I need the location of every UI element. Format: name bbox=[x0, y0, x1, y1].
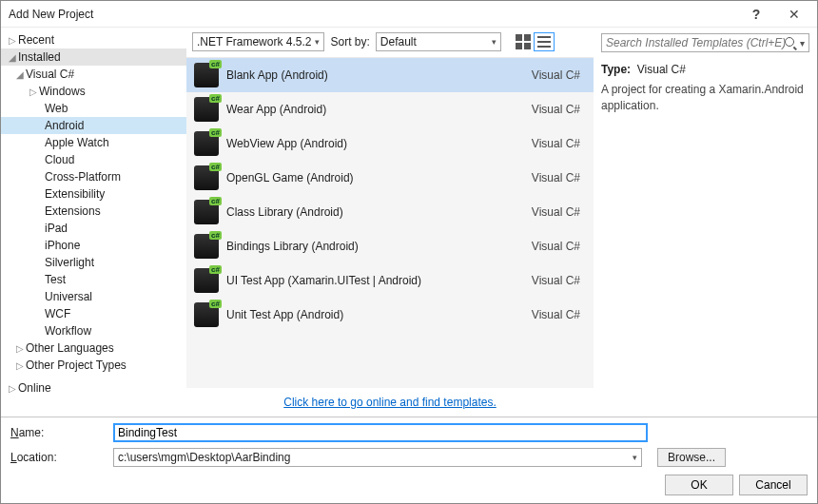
template-language: Visual C# bbox=[532, 205, 580, 219]
template-label: OpenGL Game (Android) bbox=[226, 171, 532, 184]
chevron-down-icon: ▾ bbox=[315, 37, 320, 47]
tree-recent[interactable]: ▷ Recent bbox=[1, 31, 186, 48]
tree-item-extensibility[interactable]: Extensibility bbox=[1, 185, 186, 203]
template-row[interactable]: Blank App (Android)Visual C# bbox=[186, 58, 594, 92]
search-field[interactable]: ▾ bbox=[601, 33, 809, 52]
tree-item-ipad[interactable]: iPad bbox=[1, 220, 186, 237]
template-language: Visual C# bbox=[532, 240, 580, 253]
tree-item-wcf[interactable]: WCF bbox=[1, 305, 186, 322]
template-list: Blank App (Android)Visual C#Wear App (An… bbox=[186, 57, 594, 388]
tree-item-cloud[interactable]: Cloud bbox=[1, 151, 186, 168]
filter-bar: .NET Framework 4.5.2 ▾ Sort by: Default … bbox=[186, 28, 594, 57]
template-icon bbox=[194, 97, 219, 122]
template-language: Visual C# bbox=[532, 308, 580, 321]
name-field[interactable] bbox=[113, 423, 648, 442]
template-language: Visual C# bbox=[532, 103, 580, 116]
name-label: Name: bbox=[10, 426, 104, 439]
chevron-right-icon: ▷ bbox=[28, 87, 39, 97]
search-input[interactable] bbox=[606, 36, 785, 49]
template-row[interactable]: Class Library (Android)Visual C# bbox=[186, 195, 594, 229]
template-row[interactable]: Wear App (Android)Visual C# bbox=[186, 92, 594, 126]
chevron-right-icon: ▷ bbox=[7, 35, 18, 46]
sortby-select-value: Default bbox=[380, 35, 417, 48]
type-description: A project for creating a Xamarin.Android… bbox=[601, 82, 809, 114]
chevron-right-icon: ▷ bbox=[14, 343, 26, 354]
template-row[interactable]: Bindings Library (Android)Visual C# bbox=[186, 229, 594, 263]
tree-item-android[interactable]: Android bbox=[1, 117, 186, 134]
search-icon bbox=[785, 37, 796, 48]
tree-visualcs[interactable]: ◢ Visual C# bbox=[1, 66, 186, 83]
sortby-label: Sort by: bbox=[330, 35, 369, 48]
window-title: Add New Project bbox=[9, 8, 737, 21]
chevron-down-icon: ▾ bbox=[492, 37, 497, 47]
tree-installed[interactable]: ◢ Installed bbox=[1, 48, 186, 66]
tree-item-silverlight[interactable]: Silverlight bbox=[1, 254, 186, 271]
tree-item-test[interactable]: Test bbox=[1, 271, 186, 288]
template-row[interactable]: Unit Test App (Android)Visual C# bbox=[186, 298, 594, 332]
tree-item-windows[interactable]: ▷Windows bbox=[1, 83, 186, 100]
tree-item-iphone[interactable]: iPhone bbox=[1, 237, 186, 254]
category-tree: ▷ Recent ◢ Installed ◢ Visual C# ▷Window… bbox=[1, 28, 186, 417]
type-value: Visual C# bbox=[637, 63, 686, 76]
chevron-down-icon: ◢ bbox=[7, 52, 18, 63]
template-icon bbox=[194, 234, 219, 259]
sortby-select[interactable]: Default ▾ bbox=[376, 32, 501, 51]
tree-item-web[interactable]: Web bbox=[1, 100, 186, 117]
location-select[interactable]: c:\users\mgm\Desktop\AarBinding ▾ bbox=[113, 448, 642, 467]
grid-icon bbox=[516, 34, 531, 49]
template-label: Blank App (Android) bbox=[226, 68, 532, 82]
chevron-down-icon: ◢ bbox=[14, 69, 26, 80]
template-language: Visual C# bbox=[532, 171, 580, 184]
framework-select-value: .NET Framework 4.5.2 bbox=[197, 35, 311, 48]
tree-online[interactable]: ▷ Online bbox=[1, 379, 186, 397]
tree-item-cross-platform[interactable]: Cross-Platform bbox=[1, 168, 186, 185]
template-icon bbox=[194, 268, 219, 293]
chevron-right-icon: ▷ bbox=[7, 383, 18, 394]
view-medium-icons-button[interactable] bbox=[513, 32, 534, 51]
template-icon bbox=[194, 165, 219, 190]
chevron-right-icon: ▷ bbox=[14, 360, 26, 371]
browse-button[interactable]: Browse... bbox=[657, 448, 726, 467]
tree-item-universal[interactable]: Universal bbox=[1, 288, 186, 305]
list-icon bbox=[537, 36, 551, 48]
template-language: Visual C# bbox=[532, 68, 580, 82]
help-button[interactable]: ? bbox=[737, 2, 775, 27]
template-icon bbox=[194, 63, 219, 87]
template-label: Wear App (Android) bbox=[226, 103, 532, 116]
location-value: c:\users\mgm\Desktop\AarBinding bbox=[118, 451, 290, 464]
tree-item-workflow[interactable]: Workflow bbox=[1, 322, 186, 339]
chevron-down-icon: ▾ bbox=[800, 38, 805, 48]
type-label: Type: bbox=[601, 63, 631, 76]
template-details: Type: Visual C# A project for creating a… bbox=[601, 62, 809, 113]
chevron-down-icon: ▾ bbox=[633, 453, 637, 462]
tree-item-apple-watch[interactable]: Apple Watch bbox=[1, 134, 186, 151]
cancel-button[interactable]: Cancel bbox=[739, 475, 808, 495]
template-language: Visual C# bbox=[532, 137, 580, 150]
template-icon bbox=[194, 131, 219, 156]
template-label: Unit Test App (Android) bbox=[226, 308, 532, 321]
template-row[interactable]: WebView App (Android)Visual C# bbox=[186, 126, 594, 161]
template-label: Class Library (Android) bbox=[226, 205, 532, 219]
view-small-icons-button[interactable] bbox=[534, 32, 555, 51]
framework-select[interactable]: .NET Framework 4.5.2 ▾ bbox=[192, 32, 324, 51]
tree-other-languages[interactable]: ▷ Other Languages bbox=[1, 339, 186, 357]
tree-other-types[interactable]: ▷ Other Project Types bbox=[1, 357, 186, 374]
template-label: UI Test App (Xamarin.UITest | Android) bbox=[226, 274, 532, 287]
location-label: Location: bbox=[10, 451, 104, 464]
template-row[interactable]: UI Test App (Xamarin.UITest | Android)Vi… bbox=[186, 263, 594, 298]
close-button[interactable]: ✕ bbox=[775, 2, 813, 27]
ok-button[interactable]: OK bbox=[665, 475, 733, 495]
template-language: Visual C# bbox=[532, 274, 580, 287]
template-row[interactable]: OpenGL Game (Android)Visual C# bbox=[186, 161, 594, 195]
template-icon bbox=[194, 302, 219, 327]
template-label: WebView App (Android) bbox=[226, 137, 532, 150]
template-label: Bindings Library (Android) bbox=[226, 240, 532, 253]
tree-item-extensions[interactable]: Extensions bbox=[1, 203, 186, 220]
template-icon bbox=[194, 200, 219, 224]
online-templates-link[interactable]: Click here to go online and find templat… bbox=[186, 388, 594, 417]
